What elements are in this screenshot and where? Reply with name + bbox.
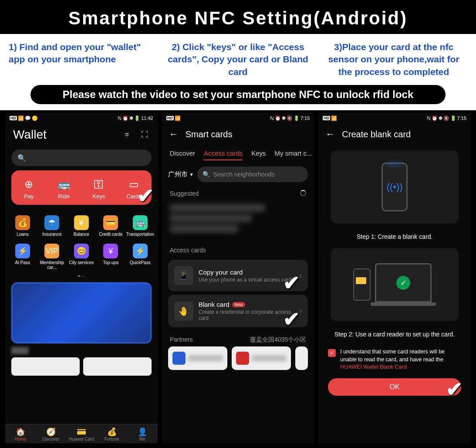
step1-label: Step 1: Create a blank card.	[318, 229, 471, 243]
checkmark-icon: ✔	[446, 377, 463, 401]
access-cards-label: Access cards	[170, 247, 206, 254]
ai-pass-button[interactable]: ⚡AI Pass	[8, 240, 37, 273]
phone-create-blank-card: HD📶 ℕ⏰✽🔇🔋7:15 ← Create blank card ((•)) …	[318, 113, 471, 443]
instruction-2: 2) Click "keys" or like "Access cards", …	[160, 41, 316, 78]
loans-button[interactable]: 💰Loans	[8, 212, 37, 240]
nav-home[interactable]: 🏠Home	[5, 427, 36, 441]
card-hand-icon: 🤚	[174, 302, 193, 321]
wallet-title: Wallet	[13, 128, 47, 142]
status-time: 7:15	[300, 115, 310, 121]
copy-card-option[interactable]: 📱 Copy your card Use your phone as a vir…	[168, 260, 308, 291]
balance-button[interactable]: ¥Balance	[67, 212, 96, 240]
tabs: Discover Access cards Keys My smart c...	[162, 145, 314, 160]
suggested-label: Suggested	[170, 190, 199, 197]
back-button[interactable]: ←	[325, 129, 335, 140]
tab-keys[interactable]: Keys	[251, 147, 266, 160]
page-title: Smartphone NFC Setting(Android)	[0, 0, 476, 34]
instruction-1: 1) Find and open your "wallet" app on yo…	[4, 41, 160, 78]
insurance-button[interactable]: ☂Insurance	[37, 212, 67, 240]
nav-huawei-card[interactable]: 💳Huawei Card	[66, 427, 97, 441]
topups-button[interactable]: ¥Top-ups	[96, 240, 126, 273]
instruction-3: 3)Place your card at the nfc sensor on y…	[316, 41, 472, 78]
video-banner-wrap: Please watch the video to set your smart…	[0, 85, 476, 110]
nav-fortune[interactable]: 💰Fortune	[97, 427, 127, 441]
consent-row: ✓ I understand that some card readers wi…	[318, 340, 471, 376]
page-dots: ━ • •	[5, 273, 158, 279]
illustration-step1: ((•))	[331, 150, 459, 224]
consent-link[interactable]: HUAWEI Wallet Blank Card	[340, 364, 407, 370]
nfc-wave-icon: ((•))	[387, 181, 403, 193]
suggested-list	[162, 200, 314, 242]
qr-icon[interactable]: ⌗	[122, 129, 132, 140]
loading-spinner-icon	[300, 190, 306, 196]
pay-button[interactable]: ⊕Pay	[11, 178, 46, 200]
blank-card-option[interactable]: 🤚 Blank cardBeta Create a residential or…	[168, 295, 308, 327]
chevron-right-icon: ›	[299, 271, 302, 280]
quickpass-button[interactable]: ⚡QuickPass	[125, 240, 155, 273]
status-bar: HD📶💬🟡 ℕ⏰✽🔋11:42	[5, 113, 158, 123]
transportation-button[interactable]: 🚌Transportation	[125, 212, 155, 240]
beta-badge: Beta	[232, 302, 246, 307]
tab-access-cards[interactable]: Access cards	[204, 147, 243, 160]
membership-button[interactable]: VIPMembership car...	[37, 240, 67, 273]
partner-card[interactable]	[232, 346, 291, 370]
screen-title: Create blank card	[342, 129, 411, 139]
status-time: 11:42	[141, 115, 153, 121]
blur-card[interactable]	[11, 357, 80, 376]
cards-button[interactable]: ▭Cards ✔	[116, 178, 151, 200]
instructions-row: 1) Find and open your "wallet" app on yo…	[0, 34, 476, 85]
keys-button[interactable]: ⚿Keys	[81, 178, 116, 200]
illustration-step2: ✓	[331, 248, 459, 321]
phone-smart-cards: HD📶 ℕ⏰✽🔇🔋7:15 ← Smart cards Discover Acc…	[162, 113, 314, 443]
back-button[interactable]: ←	[169, 129, 179, 140]
partners-label: Partners	[170, 336, 193, 344]
location-picker[interactable]: 广州市▼	[168, 170, 194, 179]
check-circle-icon: ✓	[396, 276, 410, 290]
chevron-right-icon: ›	[299, 306, 302, 316]
partners-coverage: 覆盖全国4035个小区	[250, 336, 306, 344]
partner-card[interactable]	[295, 346, 308, 370]
section-label: ████	[11, 347, 152, 354]
promo-card[interactable]	[11, 282, 152, 343]
search-icon: 🔍	[203, 171, 210, 178]
status-bar: HD📶 ℕ⏰✽🔇🔋7:15	[318, 113, 471, 123]
screen-title: Smart cards	[186, 129, 233, 139]
blur-card[interactable]	[83, 357, 152, 376]
nav-discover[interactable]: 🧭Discover	[36, 427, 66, 441]
tab-discover[interactable]: Discover	[170, 147, 195, 160]
status-time: 7:15	[457, 115, 466, 121]
consent-checkbox[interactable]: ✓	[328, 349, 336, 357]
neighborhood-search[interactable]: 🔍 Search neighborhoods	[197, 166, 308, 182]
partner-card[interactable]	[168, 346, 227, 370]
ok-button[interactable]: OK ✔	[328, 378, 461, 396]
status-bar: HD📶 ℕ⏰✽🔇🔋7:15	[162, 113, 314, 123]
credit-cards-button[interactable]: 💳Credit cards	[96, 212, 126, 240]
phone-wallet: HD📶💬🟡 ℕ⏰✽🔋11:42 Wallet ⌗ ⛶ 🔍 ⊕Pay 🚌Ride …	[5, 113, 158, 443]
tab-my-smart[interactable]: My smart c...	[275, 147, 312, 160]
ride-button[interactable]: 🚌Ride	[46, 178, 81, 200]
scan-icon[interactable]: ⛶	[139, 129, 150, 140]
quick-actions-card: ⊕Pay 🚌Ride ⚿Keys ▭Cards ✔	[11, 170, 152, 205]
consent-text: I understand that some card readers will…	[340, 348, 461, 371]
bottom-nav: 🏠Home 🧭Discover 💳Huawei Card 💰Fortune 👤M…	[5, 424, 158, 443]
nav-me[interactable]: 👤Me	[127, 427, 158, 441]
services-grid: 💰Loans ☂Insurance ¥Balance 💳Credit cards…	[5, 209, 158, 273]
search-input[interactable]: 🔍	[11, 149, 152, 166]
phone-icon: 📱	[174, 266, 193, 285]
step2-label: Step 2: Use a card reader to set up the …	[318, 326, 471, 340]
search-icon: 🔍	[17, 154, 26, 162]
video-banner: Please watch the video to set your smart…	[30, 85, 446, 104]
city-services-button[interactable]: 😊City services	[67, 240, 96, 273]
